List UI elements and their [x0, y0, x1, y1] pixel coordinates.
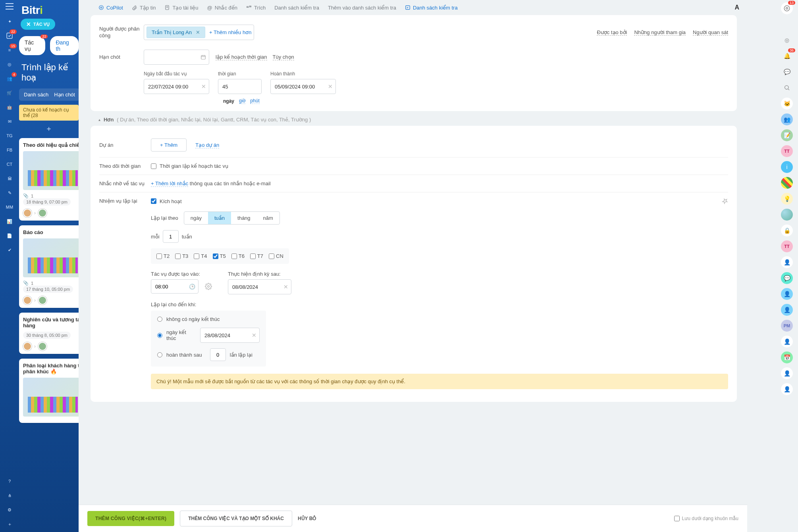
- bulb-icon[interactable]: 💡: [781, 193, 793, 205]
- weekday-t3[interactable]: [175, 254, 181, 259]
- toolbar-checklist2[interactable]: Danh sách kiểm tra: [405, 5, 458, 11]
- plus-icon[interactable]: ＋: [0, 518, 19, 530]
- toolbar-add-checklist[interactable]: Thêm vào danh sách kiểm tra: [328, 5, 396, 11]
- rail-item[interactable]: ✔: [0, 244, 19, 256]
- avatar-tt[interactable]: TT: [781, 145, 793, 157]
- rail-item[interactable]: 🛒: [0, 86, 19, 99]
- role-participants[interactable]: Những người tham gia: [634, 29, 686, 36]
- rail-text-ct[interactable]: CT: [0, 158, 19, 171]
- start-date-input[interactable]: [144, 79, 209, 94]
- tracking-checkbox[interactable]: [151, 163, 156, 169]
- font-size-toggle[interactable]: A: [734, 4, 739, 11]
- period-month[interactable]: tháng: [231, 212, 257, 224]
- role-observers[interactable]: Người quan sát: [693, 29, 728, 36]
- menu-icon[interactable]: [6, 3, 13, 10]
- lock-icon[interactable]: 🔒: [781, 225, 793, 236]
- earth-avatar[interactable]: [781, 209, 793, 221]
- tab-in-progress[interactable]: Đang th: [50, 36, 79, 55]
- rail-item[interactable]: ✦: [0, 15, 19, 28]
- cat-icon[interactable]: 🐱: [781, 98, 793, 109]
- assignee-chip[interactable]: Trần Thị Long An ✕: [146, 27, 205, 38]
- recur-after-input[interactable]: [228, 279, 291, 294]
- copilot-bubble[interactable]: [781, 2, 793, 14]
- weekday-t2[interactable]: [156, 254, 162, 259]
- options-link[interactable]: Tùy chọn: [273, 54, 294, 60]
- unit-hour[interactable]: giờ: [239, 98, 245, 104]
- task-card[interactable]: Báo cáo 📎1 17 tháng 10, 05:00 pm ›: [19, 225, 79, 308]
- end-date-input[interactable]: [270, 79, 336, 94]
- finish-after-input[interactable]: [210, 348, 226, 361]
- avatar[interactable]: 👤: [781, 383, 793, 395]
- toolbar-doc[interactable]: Tạo tài liệu: [164, 5, 198, 11]
- rail-item[interactable]: 📊: [0, 215, 19, 228]
- add-project-button[interactable]: + Thêm: [151, 138, 187, 152]
- rail-item-tasks[interactable]: 22: [0, 29, 19, 42]
- avatar[interactable]: 👤: [781, 367, 793, 379]
- no-end-radio[interactable]: [157, 317, 162, 322]
- add-more-assignee[interactable]: + Thêm nhiều hơn: [209, 29, 251, 35]
- avatar-sky2[interactable]: 👤: [781, 304, 793, 316]
- sitemap-icon[interactable]: ⋔: [0, 489, 19, 502]
- contact-green[interactable]: 📝: [781, 129, 793, 141]
- bell-icon[interactable]: 🔔: [781, 50, 793, 62]
- repeat-every-input[interactable]: [163, 230, 179, 243]
- plan-time-link[interactable]: lập kế hoạch thời gian: [216, 54, 267, 60]
- toolbar-checklist[interactable]: Danh sách kiểm tra: [274, 5, 319, 11]
- contact-blue[interactable]: 👥: [781, 113, 793, 125]
- view-deadline[interactable]: Hạn chót: [54, 92, 75, 98]
- rail-item[interactable]: ✉: [0, 115, 19, 128]
- chat-icon[interactable]: 💬: [781, 66, 793, 78]
- deadline-input[interactable]: [144, 50, 209, 65]
- rail-text-fb[interactable]: FB: [0, 144, 19, 156]
- rail-item[interactable]: ✎: [0, 186, 19, 199]
- avatar-sky[interactable]: 👤: [781, 288, 793, 300]
- task-card[interactable]: Phân loại khách hàng thàn các phân khúc …: [19, 359, 79, 423]
- weekday-cn[interactable]: [269, 254, 274, 259]
- rail-text-mm[interactable]: MM: [0, 201, 19, 213]
- rail-text-tg[interactable]: TG: [0, 129, 19, 142]
- calendar-icon[interactable]: 📅: [781, 351, 793, 363]
- unit-min[interactable]: phút: [250, 98, 259, 104]
- add-column-icon[interactable]: ＋: [19, 124, 79, 133]
- rail-item[interactable]: 👥4: [0, 72, 19, 85]
- add-reminder-link[interactable]: + Thêm lời nhắc: [151, 181, 188, 187]
- end-date-value-input[interactable]: [200, 328, 260, 343]
- pin-icon[interactable]: [722, 198, 728, 204]
- stripes-avatar[interactable]: [781, 177, 793, 189]
- clear-icon[interactable]: ✕: [283, 284, 288, 290]
- toolbar-copilot[interactable]: CoPilot: [98, 5, 123, 11]
- cancel-button[interactable]: HỦY BỎ: [298, 516, 316, 521]
- clear-icon[interactable]: ✕: [201, 83, 206, 90]
- period-year[interactable]: năm: [257, 212, 279, 224]
- clear-icon[interactable]: ✕: [328, 83, 333, 90]
- period-week[interactable]: tuần: [208, 212, 231, 224]
- weekday-t7[interactable]: [250, 254, 256, 259]
- tab-tasks[interactable]: Tác vụ 22: [19, 36, 45, 55]
- close-icon[interactable]: ✕: [26, 21, 31, 27]
- rail-item[interactable]: ≡15: [0, 44, 19, 56]
- toolbar-mention[interactable]: @ Nhắc đến: [207, 5, 237, 11]
- finish-after-radio[interactable]: [157, 352, 162, 357]
- avatar[interactable]: 👤: [781, 256, 793, 268]
- toolbar-quote[interactable]: ❝❞ Trích: [246, 5, 266, 11]
- weekday-t4[interactable]: [194, 254, 199, 259]
- end-date-radio[interactable]: [157, 333, 162, 338]
- role-creator[interactable]: Được tạo bởi: [597, 29, 627, 36]
- task-card[interactable]: Nghiên cứu và tương tác v khách hàng 30 …: [19, 313, 79, 354]
- task-card[interactable]: Theo dõi hiệu quả chiến d 📎1 18 tháng 9,…: [19, 138, 79, 221]
- target-icon[interactable]: ◎: [781, 34, 793, 46]
- more-toggle[interactable]: ▴ Hơn ( Dự án, Theo dõi thời gian, Nhắc …: [91, 111, 737, 123]
- rail-item[interactable]: 🤖: [0, 101, 19, 113]
- period-day[interactable]: ngày: [184, 212, 208, 224]
- save-template-checkbox[interactable]: [674, 516, 680, 521]
- search-icon[interactable]: [781, 82, 793, 94]
- weekday-t6[interactable]: [231, 254, 237, 259]
- avatar-pm[interactable]: PM: [781, 320, 793, 332]
- info-icon[interactable]: i: [781, 161, 793, 173]
- gear-icon[interactable]: [205, 283, 212, 290]
- unscheduled-banner[interactable]: Chưa có kế hoạch cụ thể (28: [19, 105, 79, 121]
- toolbar-file[interactable]: Tập tin: [132, 5, 156, 11]
- avatar-tt2[interactable]: TT: [781, 240, 793, 252]
- repeat-activate-checkbox[interactable]: [151, 198, 156, 204]
- remove-assignee-icon[interactable]: ✕: [196, 29, 200, 35]
